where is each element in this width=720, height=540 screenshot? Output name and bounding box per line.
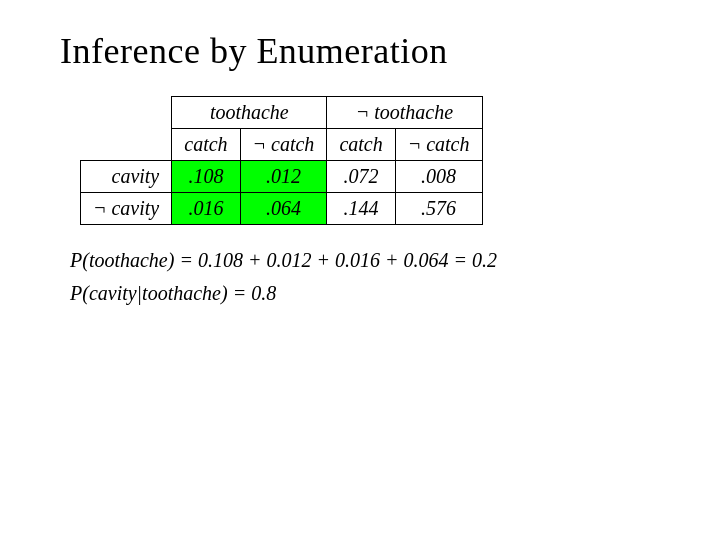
cavity-label: cavity bbox=[81, 161, 172, 193]
catch-header-1: catch bbox=[172, 129, 240, 161]
page-title: Inference by Enumeration bbox=[60, 30, 660, 72]
table-header-row-1: toothache ¬ toothache bbox=[81, 97, 483, 129]
table-row-cavity: cavity .108 .012 .072 .008 bbox=[81, 161, 483, 193]
probability-table: toothache ¬ toothache catch ¬ catch catc… bbox=[80, 96, 483, 225]
neg-cavity-v2: .064 bbox=[240, 193, 327, 225]
empty-cell-topleft bbox=[81, 97, 172, 161]
formula-1-text: P(toothache) = 0.108 + 0.012 + 0.016 + 0… bbox=[70, 249, 497, 271]
toothache-header: toothache bbox=[172, 97, 327, 129]
neg-catch-header-1: ¬ catch bbox=[240, 129, 327, 161]
neg-toothache-text: ¬ toothache bbox=[356, 101, 453, 123]
cavity-v2: .012 bbox=[240, 161, 327, 193]
catch-header-2: catch bbox=[327, 129, 395, 161]
cavity-v4: .008 bbox=[395, 161, 482, 193]
neg-cavity-label: ¬ cavity bbox=[81, 193, 172, 225]
table-row-neg-cavity: ¬ cavity .016 .064 .144 .576 bbox=[81, 193, 483, 225]
probability-table-wrapper: toothache ¬ toothache catch ¬ catch catc… bbox=[80, 96, 660, 225]
page: Inference by Enumeration toothache ¬ too… bbox=[0, 0, 720, 540]
neg-cavity-v1: .016 bbox=[172, 193, 240, 225]
cavity-v3: .072 bbox=[327, 161, 395, 193]
formula-1: P(toothache) = 0.108 + 0.012 + 0.016 + 0… bbox=[70, 249, 660, 272]
cavity-v1: .108 bbox=[172, 161, 240, 193]
neg-catch-header-2: ¬ catch bbox=[395, 129, 482, 161]
formula-2: P(cavity|toothache) = 0.8 bbox=[70, 282, 660, 305]
neg-toothache-header: ¬ toothache bbox=[327, 97, 482, 129]
formula-2-text: P(cavity|toothache) = 0.8 bbox=[70, 282, 276, 304]
neg-cavity-v3: .144 bbox=[327, 193, 395, 225]
neg-cavity-v4: .576 bbox=[395, 193, 482, 225]
formula-section: P(toothache) = 0.108 + 0.012 + 0.016 + 0… bbox=[70, 249, 660, 305]
